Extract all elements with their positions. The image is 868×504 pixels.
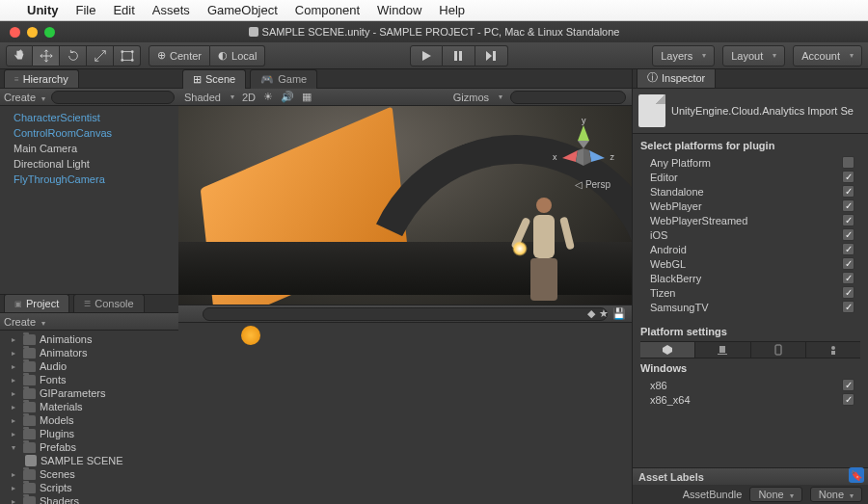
platform-label: iOS xyxy=(650,229,667,241)
platform-checkbox[interactable]: ✓ xyxy=(842,243,854,255)
scene-tab[interactable]: ⊞ Scene xyxy=(182,69,246,89)
layers-dropdown[interactable]: Layers xyxy=(652,45,715,66)
hierarchy-list: CharacterScientist ControlRoomCanvas Mai… xyxy=(0,106,178,294)
account-dropdown[interactable]: Account xyxy=(793,45,862,66)
folder-icon xyxy=(23,483,36,493)
scene-search[interactable] xyxy=(510,91,626,104)
project-folder[interactable]: ▸Audio xyxy=(0,359,178,373)
window-title: SAMPLE SCENE.unity - SAMPLE PROJECT - PC… xyxy=(0,25,868,39)
platform-checkbox[interactable]: ✓ xyxy=(842,171,854,183)
project-tab[interactable]: ▣Project xyxy=(4,294,69,312)
platform-checkbox[interactable]: ✓ xyxy=(842,257,854,270)
platform-label: WebPlayer xyxy=(650,200,702,212)
hierarchy-tab[interactable]: ≡Hierarchy xyxy=(4,69,79,88)
shading-mode-dropdown[interactable]: Shaded xyxy=(184,92,234,103)
axis-z-label: z xyxy=(610,152,615,162)
assetbundle-name-dropdown[interactable]: None xyxy=(749,487,801,502)
pause-button[interactable] xyxy=(443,45,475,66)
rotate-tool[interactable] xyxy=(60,45,87,66)
handle-toggle[interactable]: ◐ Local xyxy=(210,45,265,66)
layout-dropdown[interactable]: Layout xyxy=(722,45,785,66)
project-create-menu[interactable]: Create xyxy=(4,316,45,328)
inspector-tab[interactable]: ⓘ Inspector xyxy=(637,69,716,88)
platform-checkbox[interactable]: ✓ xyxy=(842,301,854,313)
arch-checkbox[interactable]: ✓ xyxy=(842,379,854,391)
hierarchy-item[interactable]: Main Camera xyxy=(0,141,178,156)
scene-viewport[interactable]: y x z Persp xyxy=(178,106,632,305)
hierarchy-search[interactable] xyxy=(51,91,175,104)
project-folder[interactable]: ▸Materials xyxy=(0,400,178,413)
platform-checkbox[interactable] xyxy=(842,156,854,169)
project-scene-asset[interactable]: SAMPLE SCENE xyxy=(0,454,178,467)
transform-tools xyxy=(6,45,141,66)
hierarchy-item[interactable]: Directional Light xyxy=(0,156,178,172)
hierarchy-item[interactable]: FlyThroughCamera xyxy=(0,172,178,187)
project-folder[interactable]: ▸Shaders xyxy=(0,494,178,504)
mac-menu-assets[interactable]: Assets xyxy=(152,3,190,17)
platform-checkbox[interactable]: ✓ xyxy=(842,214,854,226)
mac-menu-window[interactable]: Window xyxy=(377,3,421,17)
gizmos-dropdown[interactable]: Gizmos xyxy=(453,92,502,103)
svg-marker-7 xyxy=(578,125,589,141)
folder-icon xyxy=(23,348,36,358)
play-button[interactable] xyxy=(410,45,443,66)
search-by-label-icon[interactable]: ★ xyxy=(599,307,609,320)
mac-menu-gameobject[interactable]: GameObject xyxy=(207,3,278,17)
add-label-button[interactable]: 🔖 xyxy=(849,467,864,483)
folder-icon xyxy=(23,442,36,453)
platform-checkbox[interactable]: ✓ xyxy=(842,228,854,241)
hand-tool[interactable] xyxy=(6,45,33,66)
save-search-icon[interactable]: 💾 xyxy=(612,307,626,320)
perspective-label[interactable]: Persp xyxy=(575,179,610,190)
hierarchy-item[interactable]: CharacterScientist xyxy=(0,110,178,125)
platform-checkbox[interactable]: ✓ xyxy=(842,286,854,299)
step-button[interactable] xyxy=(475,45,508,66)
orientation-gizmo[interactable]: y x z xyxy=(555,119,612,177)
project-folder[interactable]: ▾Prefabs xyxy=(0,440,178,454)
arch-checkbox[interactable]: ✓ xyxy=(842,393,854,406)
platform-row: SamsungTV ✓ xyxy=(640,300,860,314)
project-folder[interactable]: ▸Models xyxy=(0,413,178,427)
platform-tab-editor[interactable] xyxy=(640,342,695,358)
platform-checkbox[interactable]: ✓ xyxy=(842,199,854,212)
folder-icon xyxy=(23,402,36,412)
hierarchy-create-menu[interactable]: Create xyxy=(4,92,45,103)
platform-tab-mobile[interactable] xyxy=(751,342,806,358)
search-by-type-icon[interactable]: ◆ xyxy=(587,307,595,320)
cursor-highlight xyxy=(241,326,260,345)
folder-icon xyxy=(23,415,36,426)
audio-toggle[interactable]: 🔊 xyxy=(281,91,294,103)
move-tool[interactable] xyxy=(33,45,60,66)
svg-marker-8 xyxy=(562,150,578,162)
mac-menu-app[interactable]: Unity xyxy=(27,3,59,17)
project-folder[interactable]: ▸Fonts xyxy=(0,373,178,386)
rect-tool[interactable] xyxy=(114,45,141,66)
mac-menu-file[interactable]: File xyxy=(76,3,96,17)
hierarchy-item[interactable]: ControlRoomCanvas xyxy=(0,125,178,141)
pivot-toggle[interactable]: ⊕ Center xyxy=(149,45,210,66)
assetbundle-variant-dropdown[interactable]: None xyxy=(810,487,862,502)
mac-menu-component[interactable]: Component xyxy=(295,3,360,17)
mac-menu-help[interactable]: Help xyxy=(439,3,465,17)
muzzle-flash xyxy=(512,241,528,256)
platform-checkbox[interactable]: ✓ xyxy=(842,272,854,284)
game-tab[interactable]: 🎮 Game xyxy=(250,69,317,89)
mac-menu-edit[interactable]: Edit xyxy=(113,3,134,17)
project-folder[interactable]: ▸Scenes xyxy=(0,467,178,481)
project-folder[interactable]: ▸Animations xyxy=(0,332,178,346)
platform-label: Tizen xyxy=(650,287,676,299)
scale-tool[interactable] xyxy=(87,45,114,66)
project-folder[interactable]: ▸Scripts xyxy=(0,481,178,494)
effects-toggle[interactable]: ▦ xyxy=(302,91,312,103)
platform-tab-standalone[interactable] xyxy=(695,342,750,358)
2d-toggle[interactable]: 2D xyxy=(242,92,256,103)
project-folder[interactable]: ▸Animators xyxy=(0,346,178,359)
lighting-toggle[interactable]: ☀ xyxy=(263,91,273,103)
project-folder[interactable]: ▸GIParameters xyxy=(0,386,178,400)
project-search[interactable] xyxy=(203,307,608,321)
platform-checkbox[interactable]: ✓ xyxy=(842,185,854,198)
console-tab[interactable]: ☰Console xyxy=(73,294,144,312)
svg-marker-10 xyxy=(578,141,589,148)
platform-tab-other[interactable] xyxy=(806,342,860,358)
project-folder[interactable]: ▸Plugins xyxy=(0,427,178,440)
